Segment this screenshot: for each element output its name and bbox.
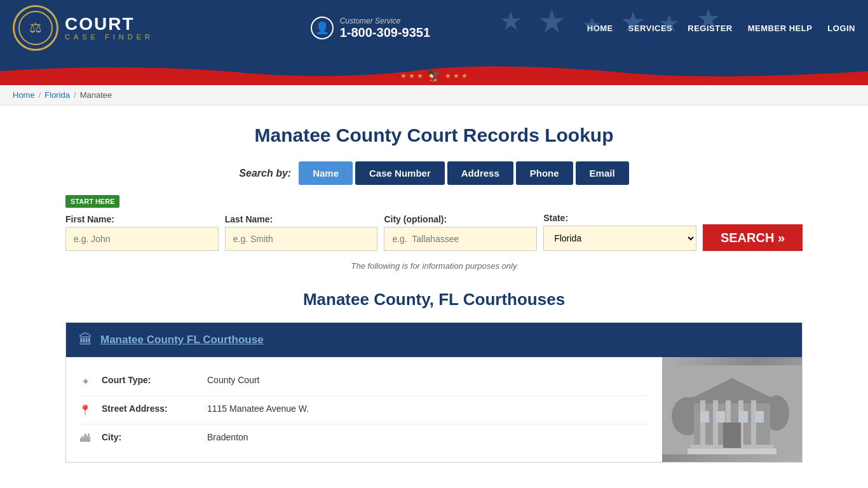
courthouse-header: 🏛 Manatee County FL Courthouse: [66, 323, 802, 357]
state-group: State: Florida Alabama Georgia South Car…: [543, 213, 696, 251]
city-value: Bradenton: [207, 432, 248, 442]
court-type-value: County Court: [207, 375, 259, 385]
court-type-label: Court Type:: [102, 375, 197, 385]
courthouse-body: ✦ Court Type: County Court 📍 Street Addr…: [66, 357, 802, 462]
stars-left: ★ ★ ★: [400, 72, 423, 80]
city-row: 🏙 City: Bradenton: [79, 424, 649, 452]
breadcrumb-home[interactable]: Home: [13, 90, 35, 100]
nav-member-help[interactable]: MEMBER HELP: [748, 24, 813, 33]
city-label: City (optional):: [384, 214, 537, 224]
svg-rect-15: [716, 411, 725, 423]
first-name-label: First Name:: [65, 214, 219, 224]
street-address-label: Street Address:: [102, 403, 197, 414]
svg-rect-12: [688, 449, 776, 454]
courthouse-title-link[interactable]: Manatee County FL Courthouse: [100, 334, 264, 346]
city-icon: 🏙: [79, 433, 92, 444]
courthouse-illustration: [662, 365, 802, 454]
cs-text-block: Customer Service 1-800-309-9351: [340, 17, 430, 40]
state-label: State:: [543, 213, 696, 223]
main-content: Manatee County Court Records Lookup Sear…: [53, 105, 815, 488]
courthouse-photo: [662, 357, 802, 462]
form-container: START HERE First Name: Last Name: City (…: [65, 195, 803, 251]
search-by-row: Search by: Name Case Number Address Phon…: [65, 161, 803, 185]
street-address-value: 1115 Manatee Avenue W.: [207, 403, 309, 414]
logo-badge: ⚖: [13, 5, 58, 51]
logo-finder-text: CASE FINDER: [65, 33, 154, 41]
last-name-label: Last Name:: [225, 214, 378, 224]
tab-name[interactable]: Name: [299, 161, 353, 185]
city-label-info: City:: [102, 432, 197, 442]
state-select[interactable]: Florida Alabama Georgia South Carolina: [543, 226, 696, 251]
wave-banner: ★ ★ ★ 🦅 ★ ★ ★: [0, 62, 868, 85]
court-type-icon: ✦: [79, 376, 92, 388]
start-here-badge: START HERE: [65, 195, 119, 208]
breadcrumb: Home / Florida / Manatee: [13, 90, 855, 100]
search-by-label: Search by:: [239, 168, 291, 179]
search-button[interactable]: SEARCH »: [703, 224, 803, 251]
tab-case-number[interactable]: Case Number: [355, 161, 445, 185]
site-header: ★ ★ ★ ★ ★ ★ ⚖ COURT CASE FINDER 👤 Custom…: [0, 0, 868, 56]
wave-top-strip: [0, 56, 868, 62]
courthouse-card: 🏛 Manatee County FL Courthouse ✦ Court T…: [65, 322, 803, 463]
svg-rect-14: [700, 411, 709, 423]
courthouse-info-section: ✦ Court Type: County Court 📍 Street Addr…: [66, 357, 662, 462]
logo-area: ⚖ COURT CASE FINDER: [13, 5, 154, 51]
logo-text: COURT CASE FINDER: [65, 15, 154, 41]
breadcrumb-sep-2: /: [74, 90, 76, 100]
nav-login[interactable]: LOGIN: [827, 24, 855, 33]
search-tabs: Name Case Number Address Phone Email: [299, 161, 628, 185]
breadcrumb-sep-1: /: [39, 90, 41, 100]
cs-label: Customer Service: [340, 17, 430, 25]
logo-inner-icon: ⚖: [18, 11, 53, 45]
stars-right: ★ ★ ★: [445, 72, 468, 80]
customer-service: 👤 Customer Service 1-800-309-9351: [311, 17, 430, 40]
svg-rect-6: [713, 400, 718, 448]
last-name-group: Last Name:: [225, 214, 378, 251]
courthouse-building-icon: 🏛: [79, 332, 93, 348]
breadcrumb-current: Manatee: [80, 90, 112, 100]
address-icon: 📍: [79, 404, 92, 416]
eagle-area: ★ ★ ★ 🦅 ★ ★ ★: [400, 69, 468, 85]
svg-rect-17: [755, 411, 764, 423]
first-name-group: First Name:: [65, 214, 219, 251]
street-address-row: 📍 Street Address: 1115 Manatee Avenue W.: [79, 396, 649, 424]
court-type-row: ✦ Court Type: County Court: [79, 367, 649, 396]
info-note: The following is for information purpose…: [65, 261, 803, 271]
tab-email[interactable]: Email: [576, 161, 629, 185]
tab-address[interactable]: Address: [447, 161, 513, 185]
page-title: Manatee County Court Records Lookup: [65, 125, 803, 146]
cs-phone: 1-800-309-9351: [340, 25, 430, 40]
courthouse-image: [662, 357, 802, 462]
courthouses-title: Manatee County, FL Courthouses: [65, 290, 803, 309]
header-stars-decoration: ★ ★ ★ ★ ★ ★: [487, 0, 741, 57]
last-name-input[interactable]: [225, 227, 378, 251]
eagle-icon: 🦅: [427, 69, 441, 83]
first-name-input[interactable]: [65, 227, 219, 251]
tab-phone[interactable]: Phone: [516, 161, 573, 185]
svg-rect-5: [700, 400, 705, 448]
city-input[interactable]: [384, 227, 537, 251]
svg-rect-13: [723, 423, 741, 448]
city-group: City (optional):: [384, 214, 537, 251]
phone-icon: 👤: [311, 17, 334, 39]
logo-court-text: COURT: [65, 15, 154, 33]
svg-rect-9: [751, 400, 756, 448]
breadcrumb-florida[interactable]: Florida: [44, 90, 70, 100]
search-form: First Name: Last Name: City (optional): …: [65, 213, 803, 251]
breadcrumb-bar: Home / Florida / Manatee: [0, 85, 868, 105]
svg-rect-16: [739, 411, 748, 423]
